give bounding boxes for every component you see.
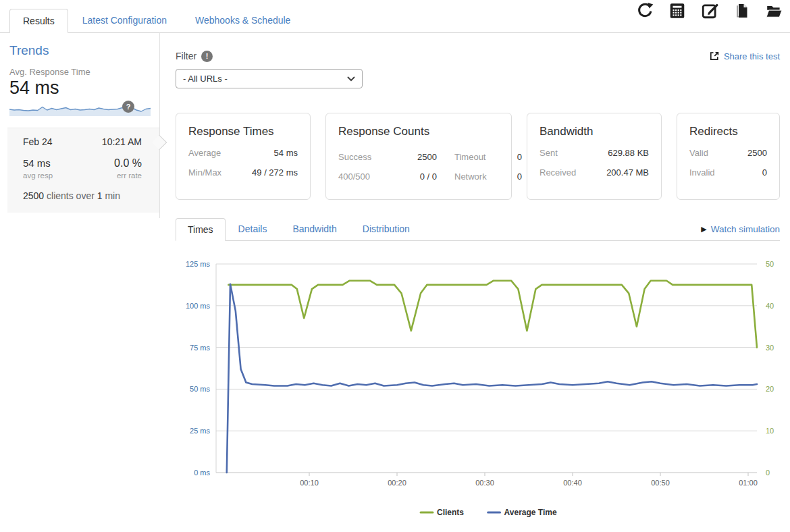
card-title: Response Times xyxy=(188,125,298,138)
folder-icon xyxy=(765,2,783,20)
calculator-button[interactable] xyxy=(668,1,686,20)
right-axis-tick-label: 40 xyxy=(766,302,774,310)
trend-sparkline-wrap: ? xyxy=(9,101,150,116)
page-body: Trends Avg. Response Time 54 ms ? Feb 24… xyxy=(0,33,790,525)
file-icon xyxy=(734,2,750,20)
avg-response-time-label: Avg. Response Time xyxy=(9,67,150,77)
x-axis-tick-label: 00:40 xyxy=(563,479,582,487)
card-title: Response Counts xyxy=(338,125,499,138)
stat-row: 400/500 0 / 0 xyxy=(338,171,437,182)
stat-value: 2500 xyxy=(417,152,437,162)
right-axis-tick-label: 0 xyxy=(766,469,770,477)
stat-label: Timeout xyxy=(454,152,485,162)
legend-item-average-time[interactable]: Average Time xyxy=(488,508,557,517)
url-filter-value: - All URLs - xyxy=(183,74,228,84)
trends-sidebar: Trends Avg. Response Time 54 ms ? Feb 24… xyxy=(0,33,160,218)
card-title: Bandwidth xyxy=(539,125,649,138)
stat-label: Invalid xyxy=(689,167,715,178)
stat-label: Min/Max xyxy=(188,167,221,178)
right-axis-tick-label: 50 xyxy=(766,260,774,268)
left-axis-tick-label: 0 ms xyxy=(194,469,210,477)
url-filter-select[interactable]: - All URLs - xyxy=(176,69,363,88)
summary-cards: Response Times Average 54 ms Min/Max 49 … xyxy=(176,113,780,200)
share-label: Share this test xyxy=(724,51,780,61)
refresh-button[interactable] xyxy=(635,1,654,20)
refresh-icon xyxy=(636,2,654,20)
stat-label: Average xyxy=(188,148,221,158)
watch-simulation-link[interactable]: ▶ Watch simulation xyxy=(701,224,780,234)
tab-details[interactable]: Details xyxy=(226,218,280,240)
trend-run-item[interactable]: Feb 24 10:21 AM 54 ms 0.0 % avg resp err… xyxy=(7,128,159,213)
file-button[interactable] xyxy=(733,1,751,20)
left-axis-tick-label: 125 ms xyxy=(186,260,211,268)
x-axis-tick-label: 01:00 xyxy=(739,479,758,487)
stat-row: Network 0 xyxy=(454,171,522,182)
times-chart: 0 ms25 ms50 ms75 ms100 ms125 ms010203040… xyxy=(176,248,780,525)
top-tab-bar: Results Latest Configuration Webhooks & … xyxy=(0,0,790,33)
stat-value: 0 xyxy=(762,167,767,178)
x-axis-tick-label: 00:20 xyxy=(388,479,406,487)
stat-row: Average 54 ms xyxy=(188,148,298,158)
trends-heading: Trends xyxy=(9,43,159,58)
tab-latest-configuration[interactable]: Latest Configuration xyxy=(68,9,181,32)
calculator-icon xyxy=(668,2,686,20)
run-summary: 2500 clients over 1 min xyxy=(23,190,142,201)
share-icon xyxy=(709,51,720,61)
x-axis-tick-label: 00:50 xyxy=(651,479,670,487)
right-axis-tick-label: 10 xyxy=(766,427,774,435)
response-counts-card: Response Counts Success 2500 Timeout 0 4… xyxy=(325,113,512,200)
stat-row: Valid 2500 xyxy=(689,148,767,158)
legend-item-clients[interactable]: Clients xyxy=(421,508,464,517)
stat-label: Received xyxy=(539,167,576,178)
right-axis-tick-label: 20 xyxy=(766,385,774,393)
avg-response-time-value: 54 ms xyxy=(9,78,150,99)
run-time: 10:21 AM xyxy=(102,136,142,147)
watch-simulation-label: Watch simulation xyxy=(711,224,780,234)
redirects-card: Redirects Valid 2500 Invalid 0 xyxy=(677,113,780,200)
share-test-link[interactable]: Share this test xyxy=(709,51,780,61)
help-badge[interactable]: ? xyxy=(122,101,134,113)
left-axis-tick-label: 25 ms xyxy=(190,427,210,435)
edit-button[interactable] xyxy=(700,1,718,20)
stat-value: 0 / 0 xyxy=(420,171,437,182)
card-title: Redirects xyxy=(689,125,767,138)
tab-results[interactable]: Results xyxy=(9,9,68,33)
stat-row: Sent 629.88 KB xyxy=(539,148,649,158)
run-avg-value: 54 ms xyxy=(23,157,51,169)
x-axis-tick-label: 00:30 xyxy=(475,479,494,487)
left-axis-tick-label: 50 ms xyxy=(190,385,210,393)
times-chart-canvas: 0 ms25 ms50 ms75 ms100 ms125 ms010203040… xyxy=(176,248,780,523)
run-err-value: 0.0 % xyxy=(114,157,142,169)
tab-bandwidth[interactable]: Bandwidth xyxy=(280,218,349,240)
run-date: Feb 24 xyxy=(23,136,53,147)
tab-times[interactable]: Times xyxy=(176,218,226,241)
stat-value: 200.47 MB xyxy=(606,167,649,178)
stat-row: Min/Max 49 / 272 ms xyxy=(188,167,298,178)
folder-button[interactable] xyxy=(765,1,783,20)
run-err-label: err rate xyxy=(117,171,142,180)
edit-icon xyxy=(701,2,718,20)
chart-tab-bar: Times Details Bandwidth Distribution ▶ W… xyxy=(176,215,780,241)
chevron-down-icon xyxy=(347,76,355,82)
tab-distribution[interactable]: Distribution xyxy=(350,218,423,240)
stat-label: Success xyxy=(338,152,371,162)
play-icon: ▶ xyxy=(701,225,706,233)
legend-label: Clients xyxy=(437,508,464,517)
stat-value: 0 xyxy=(517,152,522,162)
stat-label: Valid xyxy=(689,148,708,158)
stat-row: Success 2500 xyxy=(338,152,437,162)
filter-help-badge[interactable]: ! xyxy=(201,51,213,62)
stat-row: Received 200.47 MB xyxy=(539,167,649,178)
right-axis-tick-label: 30 xyxy=(766,344,774,352)
stat-value: 629.88 KB xyxy=(608,148,649,158)
tab-webhooks-schedule[interactable]: Webhooks & Schedule xyxy=(181,9,305,32)
stat-label: Network xyxy=(454,171,487,182)
stat-label: 400/500 xyxy=(338,171,370,182)
x-axis-tick-label: 00:10 xyxy=(300,479,319,487)
results-main: Filter ! Share this test - All URLs - Re… xyxy=(160,33,790,525)
stat-value: 0 xyxy=(517,171,522,182)
stat-row: Timeout 0 xyxy=(454,152,522,162)
stat-value: 49 / 272 ms xyxy=(252,167,298,178)
stat-value: 54 ms xyxy=(274,148,298,158)
bandwidth-card: Bandwidth Sent 629.88 KB Received 200.47… xyxy=(527,113,662,200)
